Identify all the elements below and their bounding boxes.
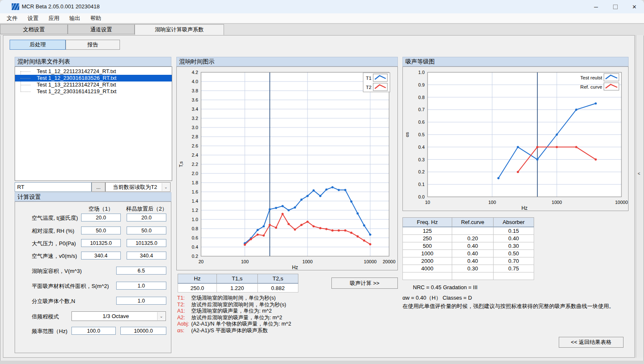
calc-input-field2[interactable]: 101325.0 bbox=[127, 239, 166, 247]
data-point bbox=[300, 199, 303, 201]
return-results-button[interactable]: << 返回结果表格 bbox=[559, 337, 624, 348]
data-point bbox=[536, 146, 538, 148]
calc-input-field1[interactable]: 101325.0 bbox=[81, 239, 121, 247]
grade-table-row[interactable]: 40000.300.75 bbox=[403, 265, 534, 272]
calc-input-field1[interactable]: 20.0 bbox=[81, 214, 121, 221]
y-tick-label: 1.8 bbox=[192, 180, 198, 185]
calc-input-field2[interactable]: 20.0 bbox=[127, 214, 166, 221]
freq-range-min[interactable]: 100.0 bbox=[71, 327, 116, 335]
x-axis-label: Hz bbox=[522, 205, 528, 211]
note-line: A2: 放试件后混响室的吸声量，单位为: m^2 bbox=[177, 315, 291, 321]
grade-table-header-row: Freq. HzRef.curveAbsorber bbox=[403, 218, 534, 227]
calc-input-single[interactable]: 1.0 bbox=[116, 297, 166, 305]
y-tick-label: 0.2 bbox=[192, 254, 198, 259]
grade-table: Freq. HzRef.curveAbsorber1250.152500.200… bbox=[402, 217, 534, 280]
x-tick-label: 1000 bbox=[303, 259, 313, 264]
file-name: Test 1_12_230316183526_RT.txt bbox=[37, 75, 117, 81]
tab-3[interactable]: 混响室计算吸声系数 bbox=[135, 24, 224, 35]
collapse-left-icon[interactable]: < bbox=[638, 171, 640, 176]
y-tick-label: 1.0 bbox=[192, 217, 198, 222]
legend-notes: T1: 空场混响室的混响时间，单位为秒(s)T2: 放试件后混响室的混响时间，单… bbox=[177, 295, 291, 334]
tab-2[interactable]: 通道设置 bbox=[68, 24, 135, 34]
data-point bbox=[369, 234, 371, 236]
calc-input-single[interactable]: 6.5 bbox=[116, 267, 166, 275]
grade-table-header-cell: Absorber bbox=[494, 218, 534, 227]
y-tick-label: 0.6 bbox=[192, 235, 198, 240]
chevron-down-icon[interactable]: ⌄ bbox=[157, 312, 165, 320]
freq-range-max[interactable]: 10000.0 bbox=[120, 327, 166, 335]
menu-item[interactable]: 设置 bbox=[23, 13, 43, 23]
file-list-item[interactable]: Test 1_12_230316183526_RT.txt bbox=[15, 75, 172, 81]
calc-settings-panel: 空场（1）样品放置后（2）空气温度, t(摄氏度)20.020.0相对湿度, R… bbox=[15, 201, 171, 353]
rt-table-row[interactable]: 250.01.2200.882 bbox=[178, 283, 298, 293]
menu-item[interactable]: 文件 bbox=[2, 13, 23, 23]
rt-table-header-cell: T2,s bbox=[258, 274, 298, 284]
y-tick-label: 3.0 bbox=[192, 125, 198, 130]
grade-table-row[interactable]: 20000.400.70 bbox=[403, 257, 534, 265]
data-point bbox=[356, 212, 359, 214]
grade-table-cell: 1000 bbox=[403, 250, 452, 257]
grade-table-row[interactable]: 2500.200.40 bbox=[403, 235, 534, 242]
browse-button[interactable]: ... bbox=[92, 182, 105, 192]
chevron-down-icon[interactable]: ⌄ bbox=[162, 183, 170, 191]
tab-1[interactable]: 文档设置 bbox=[0, 24, 68, 34]
subtab-1[interactable]: 后处理 bbox=[10, 40, 66, 50]
subtab-2[interactable]: 报告 bbox=[66, 40, 120, 50]
y-tick-label: 0.6 bbox=[418, 120, 425, 125]
menu-item[interactable]: 帮助 bbox=[85, 13, 106, 23]
side-splitter[interactable]: < bbox=[636, 35, 644, 358]
calc-row-label: 混响室容积，V(m^3) bbox=[32, 267, 82, 275]
x-tick-label: 1000 bbox=[552, 200, 562, 205]
close-button[interactable]: ✕ bbox=[625, 0, 644, 13]
grade-table-row[interactable]: 1250.15 bbox=[403, 227, 534, 235]
legend-label: T1 bbox=[366, 76, 372, 81]
rt-result-table: HzT1,sT2,s250.01.2200.882 bbox=[178, 274, 298, 293]
y-tick-label: 0.4 bbox=[418, 145, 425, 150]
grade-table-cell: 0.75 bbox=[494, 265, 534, 272]
data-point bbox=[595, 158, 597, 160]
grade-table-cell: 4000 bbox=[403, 265, 452, 272]
legend-icon bbox=[604, 74, 619, 81]
calc-input-field1[interactable]: 340.4 bbox=[81, 252, 121, 260]
menu-item[interactable]: 输出 bbox=[64, 13, 85, 23]
calc-input-field2[interactable]: 340.4 bbox=[127, 252, 166, 260]
maximize-icon bbox=[613, 5, 618, 9]
data-point bbox=[325, 188, 327, 191]
data-point bbox=[338, 229, 340, 232]
nrc-result: NRC = 0.45 Gradation = III bbox=[413, 284, 478, 290]
note-line: αs: (A2-A1)/S 平面吸声体的吸声系数 bbox=[177, 328, 291, 334]
y-tick-label: 1.2 bbox=[192, 208, 198, 213]
rt-table-header-cell: Hz bbox=[178, 274, 217, 284]
grade-chart-panel-title: 吸声等级图 bbox=[402, 57, 629, 66]
file-list-item[interactable]: Test 1_12_221123142724_RT.txt bbox=[15, 68, 172, 75]
data-point bbox=[556, 133, 558, 135]
octave-mode-dropdown[interactable]: 1/3 Octave⌄ bbox=[71, 311, 166, 321]
x-tick-label: 10 bbox=[425, 200, 430, 205]
absorption-calc-button[interactable]: 吸声计算 >> bbox=[331, 277, 398, 289]
grade-table-cell: 0.40 bbox=[494, 235, 534, 242]
calc-input-field2[interactable]: 50.0 bbox=[127, 227, 166, 234]
calc-row-label: 倍频程模式 bbox=[32, 313, 59, 321]
grade-table-row[interactable]: 5000.400.30 bbox=[403, 242, 534, 250]
file-list-item[interactable]: Test 1_13_221123142724_RT.txt bbox=[15, 81, 172, 88]
data-point bbox=[350, 232, 352, 234]
grade-table-row[interactable] bbox=[403, 272, 534, 280]
rt-table-header-row: HzT1,sT2,s bbox=[178, 274, 298, 284]
data-point bbox=[313, 225, 315, 227]
calc-settings-title: 计算设置 bbox=[15, 192, 171, 201]
menu-item[interactable]: 应用 bbox=[43, 13, 64, 23]
data-mode-dropdown[interactable]: 当前数据读取为T2 ⌄ bbox=[105, 182, 171, 192]
x-tick-label: 100 bbox=[488, 200, 496, 205]
grade-table-row[interactable]: 10000.400.50 bbox=[403, 250, 534, 257]
calc-input-single[interactable]: 1.0 bbox=[116, 282, 166, 290]
rt-name-input[interactable]: RT bbox=[15, 182, 92, 192]
data-point bbox=[262, 234, 265, 237]
file-list-item[interactable]: Test 1_22_230316141219_RT.txt bbox=[15, 88, 172, 95]
data-point bbox=[294, 206, 296, 209]
minimize-button[interactable]: ─ bbox=[586, 0, 606, 13]
maximize-button[interactable] bbox=[606, 0, 625, 13]
y-tick-label: 1.0 bbox=[418, 70, 425, 75]
calc-input-field1[interactable]: 50.0 bbox=[81, 227, 121, 234]
legend-icon bbox=[373, 83, 387, 91]
y-axis-label: αs bbox=[405, 132, 410, 137]
